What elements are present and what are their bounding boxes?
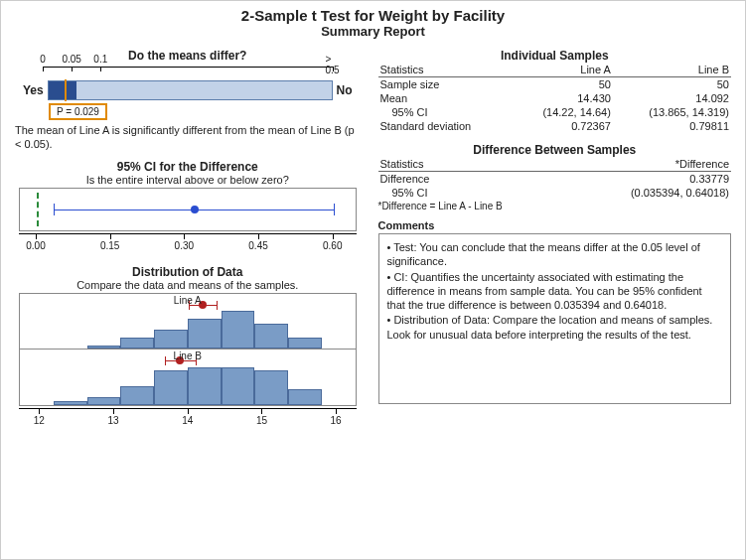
dist-label-b: Line B — [174, 350, 202, 361]
ci-ax-3: 0.45 — [248, 240, 267, 251]
ci-subtitle: Is the entire interval above or below ze… — [15, 174, 361, 186]
pbar-no-label: No — [337, 83, 353, 97]
ind-r4a: 0.72367 — [512, 119, 613, 133]
comment-2: • CI: Quantifies the uncertainty associa… — [387, 270, 723, 313]
pbar-yes-label: Yes — [23, 83, 44, 97]
diff-footnote: *Difference = Line A - Line B — [378, 201, 732, 211]
dist-ax-2: 14 — [182, 415, 193, 426]
ind-r1a: 50 — [512, 77, 613, 92]
hist-bar — [254, 370, 288, 404]
pbar-scale-3: > 0.5 — [326, 54, 340, 75]
ci-title: 95% CI for the Difference — [15, 160, 361, 174]
dist-panel-b: Line B — [20, 350, 356, 405]
dist-ax-1: 13 — [107, 415, 118, 426]
hist-bar — [154, 370, 188, 404]
p-value-chart: 0 0.05 0.1 > 0.5 Yes No P = 0.029 — [23, 67, 353, 120]
dist-title: Distribution of Data — [15, 265, 361, 279]
hist-bar — [288, 338, 322, 349]
hist-bar — [188, 367, 222, 405]
hist-bar — [120, 338, 154, 349]
dist-ax-4: 16 — [331, 415, 342, 426]
ci-ax-1: 0.15 — [100, 240, 119, 251]
pbar-scale-1: 0.05 — [62, 54, 80, 65]
ind-r3a: (14.22, 14.64) — [512, 105, 613, 119]
hist-bar — [54, 401, 87, 405]
means-differ-desc: The mean of Line A is significantly diff… — [15, 124, 361, 152]
pbar-scale-2: 0.1 — [93, 54, 107, 65]
comments-title: Comments — [378, 219, 732, 231]
ci-plot — [19, 188, 357, 231]
hist-bar — [222, 367, 255, 405]
ci-ax-0: 0.00 — [26, 240, 45, 251]
diff-h-stats: Statistics — [378, 157, 500, 172]
hist-bar — [222, 311, 255, 349]
pbar-scale-0: 0 — [40, 54, 46, 65]
dist-panel-a: Line A — [20, 294, 356, 350]
ind-r1b: 50 — [613, 77, 731, 92]
ci-ax-2: 0.30 — [175, 240, 194, 251]
diff-r1: Difference — [378, 172, 500, 187]
hist-bar — [87, 346, 121, 349]
diff-r2: 95% CI — [378, 186, 500, 200]
dist-axis: 12 13 14 15 16 — [19, 408, 357, 428]
diff-h-diff: *Difference — [500, 157, 731, 172]
dist-ax-0: 12 — [34, 415, 45, 426]
hist-bar — [154, 330, 188, 349]
comment-3: • Distribution of Data: Compare the loca… — [387, 313, 723, 342]
ci-ax-4: 0.60 — [323, 240, 342, 251]
individual-table: Statistics Line A Line B Sample size5050… — [378, 63, 732, 133]
hist-bar — [188, 319, 222, 349]
page-subtitle: Summary Report — [1, 24, 745, 39]
ind-h-stats: Statistics — [378, 63, 513, 77]
ind-r1: Sample size — [378, 77, 513, 92]
diff-table: Statistics *Difference Difference0.33779… — [378, 157, 732, 200]
ind-r3: 95% CI — [378, 105, 513, 119]
diff-r1v: 0.33779 — [500, 172, 731, 187]
ind-r4: Standard deviation — [378, 119, 513, 133]
ind-h-a: Line A — [512, 63, 613, 77]
dist-plot: Line A Line B — [19, 293, 357, 406]
ind-r2: Mean — [378, 91, 513, 105]
ci-axis: 0.00 0.15 0.30 0.45 0.60 — [19, 233, 357, 253]
individual-title: Individual Samples — [378, 49, 732, 63]
ind-r4b: 0.79811 — [613, 119, 731, 133]
ind-r3b: (13.865, 14.319) — [613, 105, 731, 119]
hist-bar — [254, 324, 288, 348]
ind-r2a: 14.430 — [512, 91, 613, 105]
hist-bar — [87, 397, 121, 405]
ind-r2b: 14.092 — [613, 91, 731, 105]
dist-ax-3: 15 — [256, 415, 267, 426]
page-title: 2-Sample t Test for Weight by Facility — [1, 7, 745, 24]
dist-subtitle: Compare the data and means of the sample… — [15, 279, 361, 291]
hist-bar — [120, 386, 154, 405]
dist-label-a: Line A — [174, 295, 202, 306]
diff-title: Difference Between Samples — [378, 143, 732, 157]
comment-1: • Test: You can conclude that the means … — [387, 240, 723, 269]
diff-r2v: (0.035394, 0.64018) — [500, 186, 731, 200]
ind-h-b: Line B — [613, 63, 731, 77]
hist-bar — [288, 389, 322, 404]
p-value-label: P = 0.029 — [49, 103, 107, 120]
comments-box: • Test: You can conclude that the means … — [378, 233, 732, 404]
